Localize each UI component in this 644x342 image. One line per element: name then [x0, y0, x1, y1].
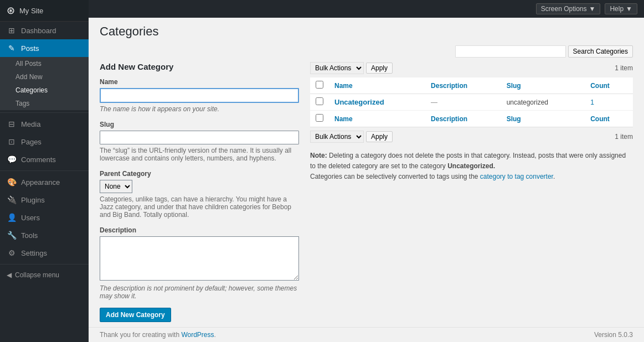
search-categories-button[interactable]: Search Categories [568, 45, 633, 58]
bulk-apply-button-bottom[interactable]: Apply [366, 131, 393, 142]
footer-thank-you: Thank you for creating with WordPress. [100, 331, 216, 339]
all-posts-label: All Posts [16, 60, 42, 68]
collapse-menu-button[interactable]: ◀ Collapse menu [0, 267, 89, 283]
footer-version: Version 5.0.3 [594, 331, 633, 339]
sort-description-link[interactable]: Description [431, 82, 467, 90]
note-text3: . [553, 173, 555, 180]
parent-field-group: Parent Category None Categories, unlike … [100, 170, 299, 219]
table-header-count[interactable]: Count [585, 77, 633, 94]
row-checkbox[interactable] [316, 97, 323, 105]
dashboard-icon: ⊞ [7, 26, 17, 35]
sort-count-link[interactable]: Count [590, 82, 610, 90]
table-header-row: Name Description Slug Count [310, 77, 633, 94]
sidebar-item-pages[interactable]: ⊡ Pages [0, 133, 89, 151]
add-category-form: Add New Category Name The name is how it… [100, 62, 299, 322]
search-categories-bar: Search Categories [100, 45, 633, 58]
category-tag-converter-link[interactable]: category to tag converter [480, 173, 553, 180]
collapse-menu-label: Collapse menu [15, 271, 59, 279]
select-all-footer-checkbox[interactable] [316, 114, 323, 122]
add-new-category-button[interactable]: Add New Category [100, 308, 171, 322]
table-footer-slug[interactable]: Slug [501, 111, 585, 127]
name-label: Name [100, 78, 299, 86]
table-footer-count[interactable]: Count [585, 111, 633, 127]
note-section: Note: Deleting a category does not delet… [310, 151, 633, 183]
bulk-apply-button-top[interactable]: Apply [366, 63, 393, 74]
note-line2: Categories can be selectively converted … [310, 172, 633, 182]
category-name-link[interactable]: Uncategorized [334, 98, 384, 106]
description-label: Description [100, 226, 299, 234]
note-text1-bold: Uncategorized. [447, 162, 495, 170]
search-categories-input[interactable] [455, 45, 566, 58]
help-label: Help [610, 5, 624, 13]
wordpress-link[interactable]: WordPress [181, 331, 214, 339]
footer-sort-name-link[interactable]: Name [334, 115, 353, 123]
topbar: Screen Options ▼ Help ▼ [89, 0, 644, 18]
sidebar-item-tools[interactable]: 🔧 Tools [0, 226, 89, 244]
name-hint: The name is how it appears on your site. [100, 105, 299, 113]
plugins-icon: 🔌 [7, 195, 17, 204]
sidebar-item-all-posts[interactable]: All Posts [0, 57, 89, 70]
sidebar-item-posts[interactable]: ✎ Posts [0, 39, 89, 57]
sidebar-label-users: Users [21, 214, 40, 222]
footer-sort-count-link[interactable]: Count [590, 115, 610, 123]
sidebar-item-dashboard[interactable]: ⊞ Dashboard [0, 22, 89, 39]
sort-name-link[interactable]: Name [334, 82, 353, 90]
sidebar-label-comments: Comments [21, 156, 56, 164]
row-count-cell: 1 [585, 94, 633, 111]
sidebar-item-tags[interactable]: Tags [0, 97, 89, 110]
sidebar-item-appearance[interactable]: 🎨 Appearance [0, 173, 89, 191]
sidebar-label-dashboard: Dashboard [21, 27, 56, 35]
content-columns: Add New Category Name The name is how it… [100, 62, 633, 322]
description-input[interactable] [100, 236, 299, 281]
sidebar-item-plugins[interactable]: 🔌 Plugins [0, 191, 89, 209]
footer-thank-you-text: Thank you for creating with [100, 331, 181, 339]
bulk-actions-select-top[interactable]: Bulk Actions [310, 62, 364, 74]
description-hint: The description is not prominent by defa… [100, 284, 299, 300]
note-label: Note: [310, 152, 327, 159]
sidebar-label-plugins: Plugins [21, 196, 45, 204]
table-header-description[interactable]: Description [425, 77, 501, 94]
table-header-slug[interactable]: Slug [501, 77, 585, 94]
name-input[interactable] [100, 88, 299, 103]
add-form-title: Add New Category [100, 62, 299, 71]
screen-options-button[interactable]: Screen Options ▼ [536, 3, 601, 14]
sidebar-label-pages: Pages [21, 138, 42, 146]
sidebar-label-media: Media [21, 120, 40, 128]
table-footer-checkbox-col [310, 111, 329, 127]
sidebar-item-add-new[interactable]: Add New [0, 70, 89, 84]
sidebar-label-posts: Posts [21, 44, 39, 53]
main-area: Screen Options ▼ Help ▼ Categories Searc… [89, 0, 644, 342]
table-footer-description[interactable]: Description [425, 111, 501, 127]
footer-sort-description-link[interactable]: Description [431, 115, 467, 123]
description-field-group: Description The description is not promi… [100, 226, 299, 300]
row-name-cell: Uncategorized [329, 94, 425, 111]
table-footer-name[interactable]: Name [329, 111, 425, 127]
sidebar-item-settings[interactable]: ⚙ Settings [0, 244, 89, 262]
help-button[interactable]: Help ▼ [605, 3, 637, 14]
parent-category-select[interactable]: None [100, 180, 132, 193]
sidebar-item-comments[interactable]: 💬 Comments [0, 151, 89, 168]
categories-table-area: Bulk Actions Apply 1 item [310, 62, 633, 322]
select-all-checkbox[interactable] [316, 81, 323, 89]
bulk-actions-select-bottom[interactable]: Bulk Actions [310, 131, 364, 143]
appearance-icon: 🎨 [7, 178, 17, 186]
sidebar: ⊛ My Site ⊞ Dashboard ✎ Posts All Posts … [0, 0, 89, 342]
sidebar-item-media[interactable]: ⊟ Media [0, 115, 89, 133]
screen-options-arrow-icon: ▼ [589, 5, 596, 13]
wp-logo-icon: ⊛ [7, 4, 15, 17]
sidebar-label-appearance: Appearance [21, 178, 60, 186]
sort-slug-link[interactable]: Slug [507, 82, 521, 90]
page-content: Categories Search Categories Add New Cat… [89, 18, 644, 327]
sidebar-item-categories[interactable]: Categories [0, 84, 89, 97]
table-header-name[interactable]: Name [329, 77, 425, 94]
tools-icon: 🔧 [7, 231, 17, 240]
site-name: My Site [19, 7, 43, 15]
count-link[interactable]: 1 [590, 99, 594, 106]
slug-input[interactable] [100, 131, 299, 144]
footer-sort-slug-link[interactable]: Slug [507, 115, 521, 123]
bulk-actions-top: Bulk Actions Apply 1 item [310, 62, 633, 74]
add-new-label: Add New [16, 73, 43, 81]
parent-hint: Categories, unlike tags, can have a hier… [100, 195, 299, 219]
sidebar-item-users[interactable]: 👤 Users [0, 209, 89, 226]
slug-hint: The “slug” is the URL-friendly version o… [100, 147, 299, 162]
